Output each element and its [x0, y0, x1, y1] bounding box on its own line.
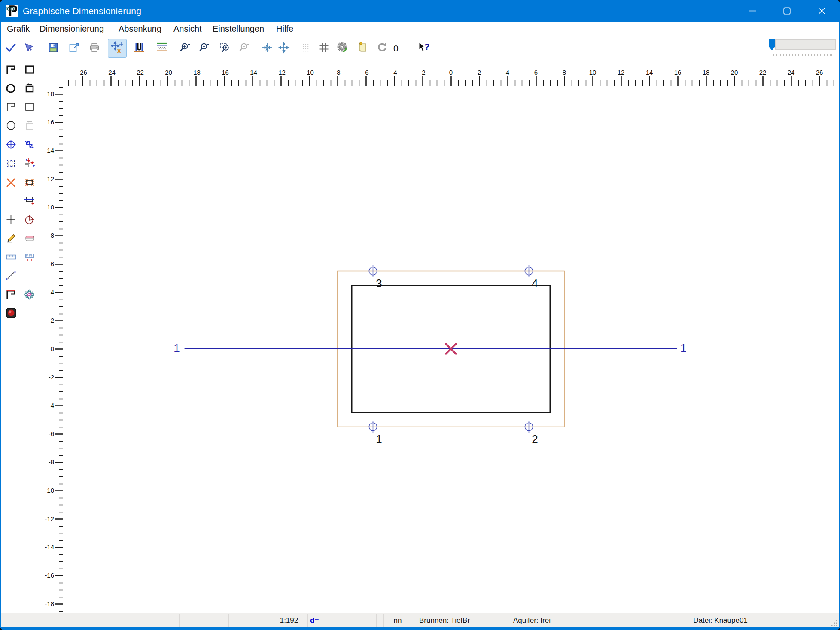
- menu-einstellungen[interactable]: Einstellungen: [213, 22, 264, 36]
- rect-x-corners-icon: [24, 176, 36, 190]
- palette-wells-on-line-button[interactable]: [22, 138, 37, 153]
- palette-gear-rings-button[interactable]: [22, 288, 37, 303]
- wall-red-icon: [5, 288, 17, 302]
- svg-text:x: x: [117, 47, 121, 54]
- rect-thick-icon: [24, 64, 36, 77]
- toolbar-notes-button[interactable]: [353, 39, 372, 58]
- toolbar-rotate-reset-button[interactable]: [372, 39, 391, 58]
- palette-draw-rect-thin-button[interactable]: [22, 100, 37, 115]
- toolbar-zoom-previous-button[interactable]: [235, 39, 254, 58]
- palette-draw-circle-thick-button[interactable]: [3, 82, 19, 97]
- svg-text:4: 4: [506, 69, 509, 76]
- statusbar-file: Datei: Knaupe01: [602, 613, 839, 628]
- svg-text:12: 12: [618, 69, 625, 76]
- toolbar-sheet-pile-button[interactable]: [130, 39, 149, 58]
- svg-text:-26: -26: [78, 69, 87, 76]
- svg-text:-10: -10: [304, 69, 314, 76]
- well-label-2: 2: [532, 433, 538, 445]
- svg-text:24: 24: [788, 69, 795, 76]
- svg-text:0: 0: [51, 345, 54, 352]
- rotation-angle-value: 0: [393, 39, 399, 58]
- title-bar: Graphische Dimensionierung: [0, 0, 840, 22]
- orange-x-icon: [5, 176, 17, 190]
- statusbar-well-type: Brunnen: TiefBr: [412, 613, 508, 628]
- svg-text:-4: -4: [49, 402, 54, 409]
- palette-rect-arrow-disabled-button[interactable]: [22, 119, 37, 134]
- menu-absenkung[interactable]: Absenkung: [119, 22, 161, 36]
- toolbar-shrink-view-button[interactable]: [258, 39, 277, 58]
- zoom-slider-track[interactable]: [775, 39, 836, 50]
- svg-text:10: 10: [47, 203, 54, 211]
- palette-ruler-measure-button[interactable]: [3, 250, 19, 266]
- palette-place-well-button[interactable]: [3, 138, 19, 153]
- toolbar-grid-dots-button[interactable]: [295, 39, 314, 58]
- statusbar-separator: [88, 614, 88, 627]
- svg-text:18: 18: [47, 90, 54, 97]
- menu-ansicht[interactable]: Ansicht: [173, 22, 202, 36]
- toolbar-print-button[interactable]: [85, 39, 104, 58]
- main-toolbar: x 0 ?: [1, 36, 839, 61]
- toolbar-context-help-button[interactable]: ?: [414, 39, 433, 58]
- window-title: Graphische Dimensionierung: [23, 0, 141, 22]
- resize-grip[interactable]: [831, 620, 838, 627]
- svg-text:-10: -10: [45, 487, 54, 494]
- palette-circle-radius-button[interactable]: [22, 213, 37, 228]
- palette-edit-pencil-button[interactable]: [3, 231, 19, 247]
- palette-delete-marker-button[interactable]: [3, 176, 19, 191]
- palette-wall-highlight-button[interactable]: [3, 288, 19, 303]
- svg-text:26: 26: [816, 69, 823, 76]
- maximize-button[interactable]: [773, 0, 800, 22]
- toolbar-pan-view-button[interactable]: [274, 39, 293, 58]
- toolbar-zoom-out-button[interactable]: [195, 39, 214, 58]
- toolbar-grid-lines-button[interactable]: [314, 39, 333, 58]
- svg-text:-16: -16: [219, 69, 229, 76]
- octagon-icon: [5, 120, 17, 133]
- menu-grafik[interactable]: Grafik: [7, 22, 30, 36]
- toolbar-zoom-window-button[interactable]: [216, 39, 234, 58]
- palette-crosshair-button[interactable]: [3, 213, 19, 228]
- palette-eraser-button[interactable]: [22, 231, 37, 247]
- toolbar-save-button[interactable]: [44, 39, 63, 58]
- drawing-canvas[interactable]: -26-24-22-20-18-16-14-12-10-8-6-4-202468…: [1, 61, 839, 613]
- toolbar-zoom-in-button[interactable]: [176, 39, 195, 58]
- svg-text:0: 0: [449, 69, 453, 76]
- sheetpile-icon: [133, 42, 145, 55]
- palette-rect-corners-button[interactable]: [22, 176, 37, 191]
- toolbar-move-marker-button[interactable]: x: [108, 39, 127, 58]
- menu-dimensionierung[interactable]: Dimensionierung: [40, 22, 104, 36]
- minimize-button[interactable]: [739, 0, 766, 22]
- toolbar-export-button[interactable]: [64, 39, 83, 58]
- app-window: Graphische Dimensionierung GrafikDimensi…: [0, 0, 840, 630]
- palette-add-section-button[interactable]: [22, 193, 37, 209]
- toolbar-soil-layers-button[interactable]: [152, 39, 171, 58]
- palette-draw-wall-thin-button[interactable]: [3, 100, 19, 115]
- statusbar-separator: [45, 614, 45, 627]
- palette-ruler-marks-button[interactable]: [22, 250, 37, 266]
- palette-draw-wall-polygon-button[interactable]: [3, 63, 19, 78]
- section-label-left: 1: [173, 342, 180, 354]
- palette-measure-arrow-button[interactable]: [3, 269, 19, 284]
- palette-record-button-button[interactable]: [3, 306, 19, 321]
- app-body: GrafikDimensionierungAbsenkungAnsichtEin…: [1, 22, 839, 627]
- eraser-icon: [24, 232, 36, 246]
- svg-text:14: 14: [646, 69, 653, 76]
- print-icon: [89, 42, 100, 55]
- menu-hilfe[interactable]: Hilfe: [276, 22, 293, 36]
- toolbar-settings-button[interactable]: [334, 39, 353, 58]
- palette-draw-octagon-button[interactable]: [3, 119, 19, 134]
- toolbar-select-pointer-button[interactable]: [20, 39, 39, 58]
- toolbar-apply-button[interactable]: [1, 39, 20, 58]
- close-button[interactable]: [808, 0, 835, 22]
- svg-text:-6: -6: [49, 430, 54, 437]
- palette-selection-marquee-button[interactable]: [3, 157, 19, 172]
- zoom-slider-handle[interactable]: [769, 39, 775, 51]
- help-pointer-icon: ?: [417, 41, 430, 56]
- palette-draw-rect-thick-button[interactable]: [22, 63, 37, 78]
- palette-move-corner-button[interactable]: [22, 157, 37, 172]
- move-corner-icon: [24, 158, 36, 171]
- svg-text:-20: -20: [163, 69, 172, 76]
- pencil-icon: [5, 232, 17, 246]
- dots-grid-icon: [298, 42, 310, 55]
- svg-text:-22: -22: [134, 69, 144, 76]
- palette-draw-rect-arrow-button[interactable]: [22, 82, 37, 97]
